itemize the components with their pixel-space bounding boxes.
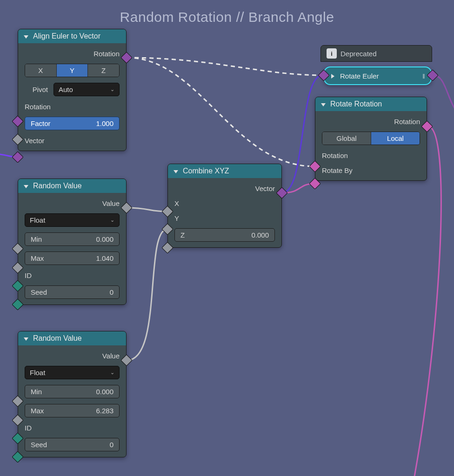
node-title: Align Euler to Vector <box>33 32 100 40</box>
chevron-down-icon <box>24 334 30 343</box>
node-title: Rotate Euler <box>340 72 379 80</box>
min-field[interactable]: Min0.000 <box>25 385 120 398</box>
axis-x[interactable]: X <box>25 64 57 77</box>
chevron-down-icon <box>24 182 30 190</box>
input-vector: Vector <box>25 137 45 145</box>
space-segmented[interactable]: Global Local <box>322 132 420 145</box>
type-dropdown[interactable]: Float ⌄ <box>25 366 120 379</box>
node-header[interactable]: Random Value <box>18 179 126 193</box>
axis-z[interactable]: Z <box>88 64 119 77</box>
node-rotate-euler[interactable]: Rotate Euler II <box>324 66 432 85</box>
node-header[interactable]: Align Euler to Vector <box>18 29 126 43</box>
seed-field[interactable]: Seed0 <box>25 285 120 299</box>
node-align-euler[interactable]: Align Euler to Vector Rotation X Y Z Piv… <box>18 29 127 151</box>
socket-in-vector[interactable] <box>12 151 23 163</box>
frame-title: Random Rotation // Branch Angle <box>0 9 454 25</box>
axis-segmented[interactable]: X Y Z <box>25 64 120 77</box>
input-id: ID <box>25 424 32 432</box>
output-value: Value <box>102 352 120 360</box>
node-random-value-1[interactable]: Random Value Value Float ⌄ Min0.000 Max1… <box>18 178 127 305</box>
node-title: Random Value <box>33 182 82 190</box>
node-combine-xyz[interactable]: Combine XYZ Vector X Y Z 0.000 <box>167 164 282 248</box>
output-rotation: Rotation <box>394 118 420 126</box>
space-global[interactable]: Global <box>322 132 371 145</box>
pivot-dropdown[interactable]: Auto ⌄ <box>53 83 120 96</box>
node-header[interactable]: Rotate Rotation <box>315 97 427 111</box>
type-dropdown[interactable]: Float ⌄ <box>25 213 120 227</box>
deprecated-banner: i Deprecated <box>320 45 432 62</box>
pivot-value: Auto <box>59 86 73 93</box>
input-id: ID <box>25 271 32 279</box>
factor-label: Factor <box>31 119 51 127</box>
type-value: Float <box>30 216 45 224</box>
output-rotation: Rotation <box>93 50 120 58</box>
node-rotate-rotation[interactable]: Rotate Rotation Rotation Global Local Ro… <box>315 97 427 181</box>
chevron-right-icon <box>331 72 336 80</box>
chevron-down-icon <box>321 100 327 108</box>
factor-value: 1.000 <box>96 119 114 127</box>
output-value: Value <box>102 199 120 207</box>
chevron-down-icon <box>174 167 180 175</box>
chevron-down-icon: ⌄ <box>110 370 114 376</box>
z-label: Z <box>180 231 185 239</box>
node-header[interactable]: Combine XYZ <box>168 164 281 178</box>
node-title: Combine XYZ <box>183 167 229 175</box>
deprecated-label: Deprecated <box>340 50 377 58</box>
chevron-down-icon <box>24 32 30 40</box>
input-y: Y <box>174 214 179 222</box>
space-local[interactable]: Local <box>371 132 420 145</box>
seed-field[interactable]: Seed0 <box>25 438 120 451</box>
type-value: Float <box>30 369 45 377</box>
input-rotate-by: Rotate By <box>322 166 353 174</box>
axis-y[interactable]: Y <box>57 64 88 77</box>
node-header[interactable]: Random Value <box>18 331 126 345</box>
chevron-down-icon: ⌄ <box>110 217 114 223</box>
node-random-value-2[interactable]: Random Value Value Float ⌄ Min0.000 Max6… <box>18 331 127 457</box>
z-value: 0.000 <box>251 231 269 239</box>
chevron-down-icon: ⌄ <box>110 86 114 93</box>
max-field[interactable]: Max1.040 <box>25 251 120 265</box>
min-field[interactable]: Min0.000 <box>25 232 120 246</box>
input-x: X <box>174 199 179 207</box>
input-rotation: Rotation <box>25 103 51 111</box>
node-title: Random Value <box>33 334 82 343</box>
z-field[interactable]: Z 0.000 <box>174 228 275 242</box>
pivot-label: Pivot <box>25 86 48 93</box>
input-rotation: Rotation <box>322 152 348 159</box>
handle-icon: II <box>422 72 424 80</box>
info-icon: i <box>327 48 337 59</box>
node-title: Rotate Rotation <box>330 100 382 108</box>
max-field[interactable]: Max6.283 <box>25 404 120 417</box>
factor-field[interactable]: Factor 1.000 <box>25 117 120 130</box>
output-vector: Vector <box>255 185 275 192</box>
